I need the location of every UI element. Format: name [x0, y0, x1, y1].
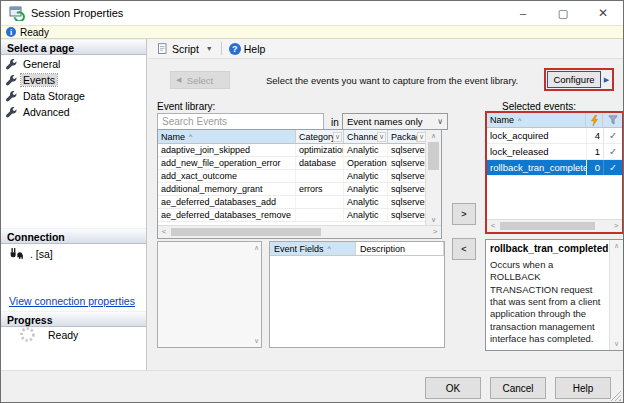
select-button-disabled[interactable]: ◀ Select — [170, 71, 230, 89]
sidebar-item-events[interactable]: Events — [1, 72, 146, 88]
selected-event-row[interactable]: lock_released 1 ✓ — [487, 144, 622, 160]
event-name-cell: rollback_tran_completed — [487, 160, 586, 175]
help-button-footer[interactable]: Help — [555, 377, 611, 399]
fields-grid-header: Event Fields ^ Description — [270, 242, 444, 256]
scroll-right-icon[interactable]: > — [429, 226, 441, 238]
filter-dropdown-icon[interactable]: ∨ — [377, 132, 386, 142]
selected-events-grid-highlight: Name ^ lock_acquired 4 ✓ lock_released 1… — [485, 111, 624, 234]
horizontal-scrollbar[interactable]: < > — [487, 219, 622, 232]
column-header-description[interactable]: Description — [356, 242, 444, 255]
package-cell: sqlserver — [388, 196, 427, 208]
scroll-down-icon[interactable]: ∨ — [610, 340, 623, 348]
category-cell — [296, 209, 344, 221]
table-row[interactable]: ae_deferred_databases_remove Analytic sq… — [158, 209, 427, 222]
script-dropdown-icon[interactable]: ▼ — [202, 45, 217, 52]
column-label: Name — [161, 132, 185, 142]
scroll-up-icon[interactable]: ∧ — [426, 130, 441, 141]
configure-highlight-box: Configure ▶ — [544, 68, 614, 91]
scroll-down-icon[interactable]: ∨ — [426, 214, 441, 225]
close-button[interactable]: ✕ — [583, 1, 623, 25]
search-scope-dropdown[interactable]: Event names only ∨ — [342, 113, 448, 130]
event-name-cell: ae_deferred_databases_remove — [158, 209, 296, 221]
filter-dropdown-icon[interactable]: ∨ — [333, 132, 342, 142]
column-header-name[interactable]: Name ^ — [158, 130, 296, 143]
column-header-package[interactable]: Package ∨ — [388, 130, 427, 143]
wrench-icon — [6, 107, 17, 118]
check-icon: ✓ — [603, 160, 622, 175]
ok-button[interactable]: OK — [425, 377, 481, 399]
vertical-scrollbar[interactable]: ∧ ∨ — [425, 130, 441, 225]
maximize-button[interactable]: ▢ — [543, 1, 583, 25]
selected-event-description-panel: rollback_tran_completed Occurs when a RO… — [485, 239, 624, 351]
help-button[interactable]: ? Help — [226, 42, 269, 56]
sidebar-item-label: General — [21, 58, 62, 70]
sidebar-item-advanced[interactable]: Advanced — [1, 104, 146, 120]
package-cell: sqlserver — [388, 144, 427, 156]
event-fields-grid: Event Fields ^ Description — [269, 241, 445, 348]
view-connection-properties-link[interactable]: View connection properties — [9, 295, 135, 307]
scroll-left-icon[interactable]: < — [487, 220, 499, 232]
horizontal-scrollbar[interactable]: < > — [158, 225, 441, 238]
column-label: Category — [299, 132, 336, 142]
search-events-input[interactable] — [157, 113, 324, 130]
scroll-up-icon[interactable]: ∧ — [610, 242, 623, 250]
category-cell — [296, 196, 344, 208]
resize-grip[interactable] — [611, 391, 621, 401]
vertical-scrollbar[interactable]: ∧ ∨ — [609, 240, 623, 350]
info-icon: i — [6, 27, 16, 37]
scroll-right-icon[interactable]: > — [610, 220, 622, 232]
sidebar-item-label: Data Storage — [21, 90, 87, 102]
check-icon: ✓ — [603, 144, 622, 159]
configure-button[interactable]: Configure — [547, 71, 601, 88]
selected-event-row[interactable]: lock_acquired 4 ✓ — [487, 128, 622, 144]
table-row[interactable]: ae_deferred_databases_add Analytic sqlse… — [158, 196, 427, 209]
event-count-cell: 0 — [586, 160, 603, 175]
channel-cell: Analytic — [344, 196, 388, 208]
sidebar-item-data-storage[interactable]: Data Storage — [1, 88, 146, 104]
progress-header: Progress — [1, 311, 146, 327]
close-icon: ✕ — [598, 6, 608, 20]
scroll-left-icon[interactable]: < — [158, 226, 170, 238]
scroll-down-icon[interactable]: ∨ — [254, 337, 259, 345]
wrench-icon — [6, 59, 17, 70]
table-row[interactable]: add_xact_outcome Analytic sqlserver — [158, 170, 427, 183]
scrollbar-thumb[interactable] — [171, 228, 321, 236]
window-title: Session Properties — [31, 7, 123, 19]
table-row[interactable]: additional_memory_grant errors Analytic … — [158, 183, 427, 196]
selected-event-row-active[interactable]: rollback_tran_completed 0 ✓ — [487, 160, 622, 176]
column-header-event-fields[interactable]: Event Fields ^ — [270, 242, 356, 255]
column-header-filter[interactable] — [603, 113, 622, 127]
column-header-event-count[interactable] — [586, 113, 603, 127]
sidebar-item-general[interactable]: General — [1, 56, 146, 72]
sidebar: Select a page General Events Data Storag… — [1, 39, 147, 370]
scrollbar-thumb[interactable] — [428, 142, 439, 170]
table-row[interactable]: add_new_file_operation_error database Op… — [158, 157, 427, 170]
select-a-page-header: Select a page — [1, 39, 146, 55]
table-row[interactable]: adaptive_join_skipped optimization Analy… — [158, 144, 427, 157]
connection-entry: . [sa] — [9, 247, 53, 260]
column-header-channel[interactable]: Channel ∨ — [344, 130, 388, 143]
event-name-cell: lock_acquired — [487, 128, 586, 143]
maximize-icon: ▢ — [558, 7, 568, 20]
column-label: Event Fields — [274, 244, 324, 254]
channel-cell: Analytic — [344, 209, 388, 221]
move-left-button[interactable]: < — [452, 238, 476, 260]
status-text: Ready — [20, 27, 49, 38]
minimize-button[interactable]: – — [503, 1, 543, 25]
column-label: Name — [490, 115, 514, 125]
connection-header: Connection — [1, 228, 146, 244]
wrench-icon — [6, 75, 17, 86]
move-right-button[interactable]: > — [452, 203, 476, 225]
cancel-button[interactable]: Cancel — [490, 377, 546, 399]
scrollbar-thumb[interactable] — [500, 222, 595, 230]
session-icon — [9, 5, 25, 21]
column-header-name[interactable]: Name ^ — [487, 113, 586, 127]
events-page-content: ◀ Select Select the events you want to c… — [148, 59, 624, 370]
check-icon: ✓ — [603, 128, 622, 143]
category-cell — [296, 170, 344, 182]
column-header-category[interactable]: Category ∨ — [296, 130, 344, 143]
script-button[interactable]: Script — [154, 42, 202, 56]
select-button-label: Select — [187, 75, 213, 86]
toolbar: Script ▼ ? Help — [148, 39, 624, 59]
scroll-up-icon[interactable]: ∧ — [254, 244, 259, 252]
